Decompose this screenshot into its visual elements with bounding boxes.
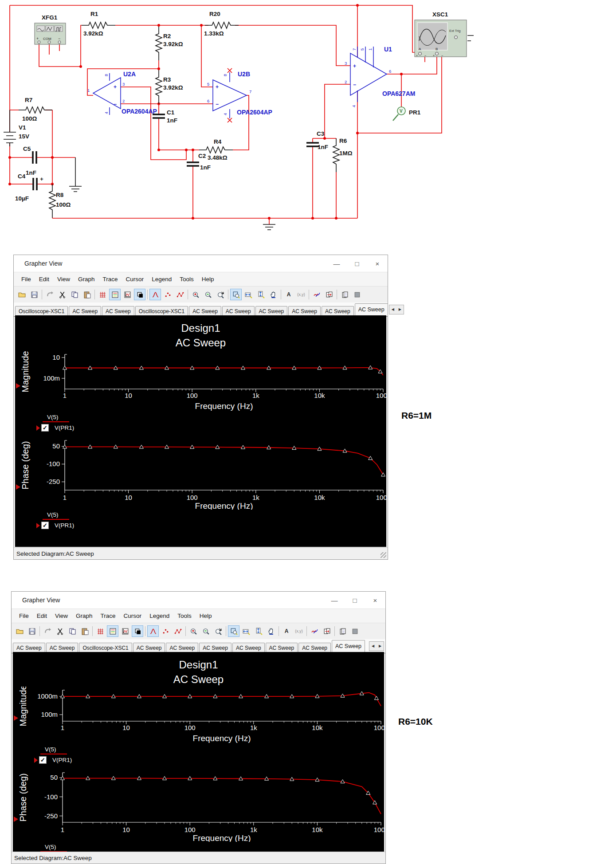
menu-help[interactable]: Help xyxy=(196,613,216,619)
overlay-icon[interactable] xyxy=(132,625,143,637)
zoom-area-icon[interactable] xyxy=(228,625,239,637)
maximize-button[interactable]: □ xyxy=(353,260,361,267)
undo-icon[interactable] xyxy=(44,289,55,300)
pages-icon[interactable] xyxy=(339,289,350,300)
open-icon[interactable] xyxy=(14,625,25,637)
menu-legend[interactable]: Legend xyxy=(145,613,173,619)
menu-graph[interactable]: Graph xyxy=(72,613,97,619)
resize-grip[interactable] xyxy=(381,552,386,558)
tab-ac-sweep-2[interactable]: AC Sweep xyxy=(102,306,134,316)
wire[interactable] xyxy=(387,57,437,107)
voltage-probe-PR1[interactable]: V xyxy=(393,107,405,121)
tab-ac-sweep-9[interactable]: AC Sweep xyxy=(332,640,365,653)
tab-scroll-right-icon[interactable]: ▶ xyxy=(396,305,404,314)
zoom-select-icon[interactable] xyxy=(212,625,224,637)
cut-icon[interactable] xyxy=(56,289,68,300)
trace-line-icon[interactable] xyxy=(174,289,186,300)
resistor-R20[interactable] xyxy=(205,22,239,28)
tab-ac-sweep-6[interactable]: AC Sweep xyxy=(255,306,288,316)
tab-ac-sweep-8[interactable]: AC Sweep xyxy=(298,643,331,653)
grid-icon[interactable] xyxy=(94,625,106,637)
battery-V1[interactable] xyxy=(4,110,16,146)
menu-graph[interactable]: Graph xyxy=(74,276,99,283)
ground-symbol[interactable] xyxy=(69,186,82,192)
function-generator-XFG1[interactable]: + COM − xyxy=(35,23,66,44)
resistor-R3[interactable] xyxy=(156,70,162,104)
menu-edit[interactable]: Edit xyxy=(33,613,51,619)
capacitor-C2[interactable] xyxy=(187,162,199,166)
text-annotation-icon[interactable]: A xyxy=(281,625,292,637)
properties-icon[interactable] xyxy=(349,625,361,637)
tab-scroll-right-icon[interactable]: ▶ xyxy=(377,642,384,651)
resistor-R7[interactable] xyxy=(19,107,52,113)
menu-file[interactable]: File xyxy=(15,613,33,619)
title-bar[interactable]: Grapher View — □ × xyxy=(14,255,388,272)
axes-icon[interactable] xyxy=(122,289,133,300)
zoom-in-icon[interactable] xyxy=(188,625,199,637)
minimize-button[interactable]: — xyxy=(330,597,338,604)
wire[interactable] xyxy=(159,150,199,218)
tab-scroll-left-icon[interactable]: ◀ xyxy=(389,305,396,314)
cut-icon[interactable] xyxy=(54,625,66,637)
tab-ac-sweep-7[interactable]: AC Sweep xyxy=(266,643,298,653)
magnitude-plot[interactable]: 1101001k10k100k1000m100mFrequency (Hz)Ma… xyxy=(13,687,384,744)
capacitor-C4[interactable] xyxy=(33,178,37,190)
tab-ac-sweep-0[interactable]: AC Sweep xyxy=(13,643,45,653)
trace-label-vpr1[interactable]: V(PR1) xyxy=(55,424,74,431)
properties-icon[interactable] xyxy=(351,289,363,300)
trace-peak-icon[interactable] xyxy=(149,289,161,300)
tab-ac-sweep-8[interactable]: AC Sweep xyxy=(322,306,354,316)
compare-traces-icon[interactable] xyxy=(311,289,322,300)
tab-ac-sweep-1[interactable]: AC Sweep xyxy=(69,306,101,316)
minimize-button[interactable]: — xyxy=(333,260,341,267)
opamp-U2A[interactable]: + − xyxy=(93,73,121,115)
resistor-R2[interactable] xyxy=(156,27,162,60)
oscilloscope-XSC1[interactable]: Ext Trig A B + − + − xyxy=(415,20,474,57)
cursor-xy-icon[interactable]: (x,y) xyxy=(295,289,307,300)
zoom-area-icon[interactable] xyxy=(230,289,242,300)
resistor-R8[interactable] xyxy=(49,184,55,218)
ground-symbol[interactable] xyxy=(263,224,275,230)
copy-icon[interactable] xyxy=(69,289,80,300)
axes-icon[interactable] xyxy=(119,625,131,637)
legend-icon[interactable] xyxy=(109,289,121,300)
zoom-select-icon[interactable] xyxy=(215,289,226,300)
menu-cursor[interactable]: Cursor xyxy=(122,276,148,283)
tab-ac-sweep-4[interactable]: AC Sweep xyxy=(166,643,198,653)
overlay-icon[interactable] xyxy=(134,289,145,300)
phase-plot[interactable]: 1101001k10k100k50-100-250Frequency (Hz)P… xyxy=(13,770,384,842)
menu-trace[interactable]: Trace xyxy=(97,613,120,619)
tab-oscilloscope-xsc1-3[interactable]: Oscilloscope-XSC1 xyxy=(135,306,188,316)
resistor-R6[interactable] xyxy=(333,138,339,172)
resistor-R4[interactable] xyxy=(199,147,233,153)
capacitor-C3[interactable] xyxy=(306,143,319,146)
magnitude-plot[interactable]: 1101001k10k100k10100mFrequency (Hz)Magni… xyxy=(15,350,386,412)
tab-scroll-left-icon[interactable]: ◀ xyxy=(369,642,377,651)
maximize-button[interactable]: □ xyxy=(351,597,359,604)
wire[interactable] xyxy=(52,157,75,185)
tab-ac-sweep-5[interactable]: AC Sweep xyxy=(199,643,231,653)
trace-checkbox[interactable]: ✓ xyxy=(39,756,47,764)
pages-icon[interactable] xyxy=(337,625,348,637)
paste-icon[interactable] xyxy=(79,625,90,637)
menu-tools[interactable]: Tools xyxy=(173,613,196,619)
copy-icon[interactable] xyxy=(67,625,78,637)
tab-ac-sweep-5[interactable]: AC Sweep xyxy=(222,306,255,316)
menu-trace[interactable]: Trace xyxy=(99,276,122,283)
wire[interactable] xyxy=(233,95,249,150)
text-annotation-icon[interactable]: A xyxy=(283,289,294,300)
menu-view[interactable]: View xyxy=(51,613,72,619)
tab-ac-sweep-6[interactable]: AC Sweep xyxy=(232,643,265,653)
export-pages-icon[interactable] xyxy=(321,625,333,637)
zoom-out-icon[interactable] xyxy=(200,625,212,637)
close-button[interactable]: × xyxy=(373,260,381,267)
open-icon[interactable] xyxy=(16,289,27,300)
phase-plot[interactable]: 1101001k10k100k50-100-250Frequency (Hz)P… xyxy=(15,438,386,510)
grid-icon[interactable] xyxy=(97,289,108,300)
trace-checkbox[interactable]: ✓ xyxy=(41,522,49,529)
zoom-horizontal-icon[interactable] xyxy=(240,625,252,637)
menu-cursor[interactable]: Cursor xyxy=(120,613,146,619)
trace-scatter-icon[interactable] xyxy=(160,625,171,637)
compare-traces-icon[interactable] xyxy=(309,625,320,637)
export-pages-icon[interactable] xyxy=(323,289,335,300)
